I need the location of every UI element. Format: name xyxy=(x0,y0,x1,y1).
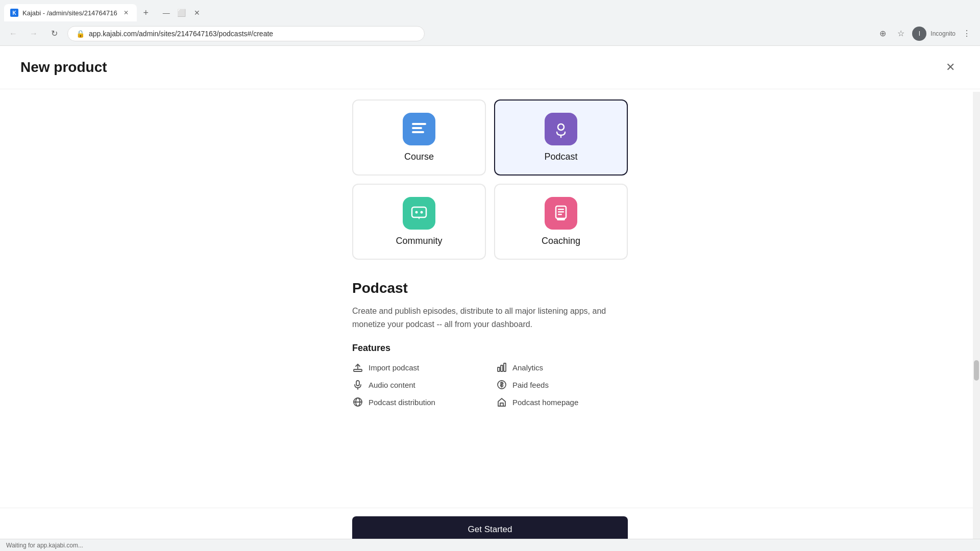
forward-button[interactable]: → xyxy=(27,27,41,41)
window-controls: — ⬜ ✕ xyxy=(159,6,204,20)
podcast-icon xyxy=(545,113,577,145)
homepage-label: Podcast homepage xyxy=(512,398,578,407)
bookmark-button[interactable]: ☆ xyxy=(894,27,908,41)
svg-rect-12 xyxy=(557,218,565,220)
product-description: Create and publish episodes, distribute … xyxy=(352,305,628,331)
coaching-icon xyxy=(545,197,577,230)
back-button[interactable]: ← xyxy=(6,27,20,41)
paid-feeds-label: Paid feeds xyxy=(512,381,549,389)
tab-bar: K Kajabi - /admin/sites/214764716 ✕ + — … xyxy=(0,0,980,21)
scrollbar-thumb[interactable] xyxy=(974,360,979,381)
community-label: Community xyxy=(396,236,442,246)
svg-point-7 xyxy=(421,211,423,214)
browser-chrome: K Kajabi - /admin/sites/214764716 ✕ + — … xyxy=(0,0,980,46)
feature-analytics: Analytics xyxy=(496,362,628,373)
profile-avatar: I xyxy=(912,27,926,41)
page-title: New product xyxy=(20,59,107,76)
tab-favicon: K xyxy=(10,9,18,17)
product-card-community[interactable]: Community xyxy=(352,184,486,260)
globe-icon xyxy=(352,396,363,408)
course-icon xyxy=(403,113,435,145)
incognito-label: Incognito xyxy=(930,30,955,37)
description-section: Podcast Create and publish episodes, dis… xyxy=(352,270,628,418)
products-grid: Course Podcast xyxy=(352,89,628,270)
coaching-label: Coaching xyxy=(542,236,580,246)
audio-label: Audio content xyxy=(369,381,415,389)
features-title: Features xyxy=(352,343,628,354)
tab-title: Kajabi - /admin/sites/214764716 xyxy=(22,9,117,17)
features-grid: Import podcast Analytics xyxy=(352,362,628,408)
feature-distribution: Podcast distribution xyxy=(352,396,484,408)
svg-rect-24 xyxy=(500,403,503,406)
chart-icon xyxy=(496,362,507,373)
minimize-button[interactable]: — xyxy=(159,6,174,20)
svg-rect-2 xyxy=(412,131,424,133)
course-label: Course xyxy=(404,152,434,162)
mic-icon xyxy=(352,379,363,390)
page-header: New product ✕ xyxy=(0,46,980,89)
new-tab-button[interactable]: + xyxy=(139,6,153,20)
status-bar: Waiting for app.kajabi.com... xyxy=(0,539,980,551)
home-icon xyxy=(496,396,507,408)
close-modal-button[interactable]: ✕ xyxy=(941,58,960,77)
tab-close-button[interactable]: ✕ xyxy=(121,8,131,17)
selected-product-title: Podcast xyxy=(352,280,628,296)
product-card-course[interactable]: Course xyxy=(352,99,486,176)
menu-button[interactable]: ⋮ xyxy=(960,27,974,41)
svg-rect-10 xyxy=(558,211,564,213)
podcast-label: Podcast xyxy=(544,152,577,162)
svg-rect-0 xyxy=(412,123,426,125)
import-label: Import podcast xyxy=(369,363,419,372)
svg-rect-5 xyxy=(412,207,426,217)
dollar-icon xyxy=(496,379,507,390)
svg-point-6 xyxy=(415,211,418,214)
feature-homepage: Podcast homepage xyxy=(496,396,628,408)
svg-rect-9 xyxy=(558,209,564,210)
analytics-label: Analytics xyxy=(512,363,543,372)
feature-import: Import podcast xyxy=(352,362,484,373)
svg-rect-18 xyxy=(356,381,359,386)
feature-audio: Audio content xyxy=(352,379,484,390)
refresh-button[interactable]: ↻ xyxy=(47,27,61,41)
url-text: app.kajabi.com/admin/sites/2147647163/po… xyxy=(89,30,416,38)
content-area[interactable]: Course Podcast xyxy=(0,89,980,508)
lock-icon: 🔒 xyxy=(76,30,85,38)
url-bar[interactable]: 🔒 app.kajabi.com/admin/sites/2147647163/… xyxy=(67,26,425,41)
svg-rect-16 xyxy=(501,365,503,371)
close-window-button[interactable]: ✕ xyxy=(190,6,204,20)
svg-point-3 xyxy=(558,124,564,130)
svg-rect-15 xyxy=(498,367,500,371)
address-bar: ← → ↻ 🔒 app.kajabi.com/admin/sites/21476… xyxy=(0,21,980,45)
feature-paid: Paid feeds xyxy=(496,379,628,390)
svg-rect-11 xyxy=(558,214,562,215)
distribution-label: Podcast distribution xyxy=(369,398,435,407)
product-card-podcast[interactable]: Podcast xyxy=(494,99,628,176)
upload-icon xyxy=(352,362,363,373)
community-icon xyxy=(403,197,435,230)
svg-rect-1 xyxy=(412,127,422,129)
svg-rect-17 xyxy=(504,363,506,371)
profile-button[interactable]: I xyxy=(912,27,926,41)
media-button[interactable]: ⊕ xyxy=(875,27,890,41)
maximize-button[interactable]: ⬜ xyxy=(175,6,189,20)
active-tab[interactable]: K Kajabi - /admin/sites/214764716 ✕ xyxy=(4,4,137,21)
browser-actions: ⊕ ☆ I Incognito ⋮ xyxy=(875,27,974,41)
status-text: Waiting for app.kajabi.com... xyxy=(6,542,83,549)
app-container: New product ✕ Course xyxy=(0,46,980,551)
product-card-coaching[interactable]: Coaching xyxy=(494,184,628,260)
scrollbar[interactable] xyxy=(973,92,980,539)
